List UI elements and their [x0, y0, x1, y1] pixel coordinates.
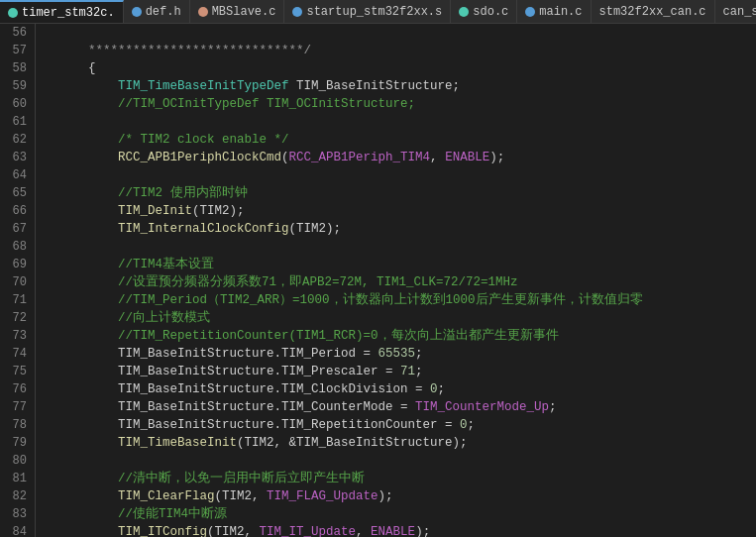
tab-label: MBSlave.c	[212, 5, 276, 19]
code-area: 56 57 58 59 60 61 62 63 64 65 66 67 68 6…	[0, 24, 756, 537]
tab-label: timer_stm32c.	[22, 6, 115, 20]
tab-sdo[interactable]: sdo.c	[451, 0, 517, 24]
tab-label: sdo.c	[473, 5, 508, 19]
tab-mbslave[interactable]: MBSlave.c	[190, 0, 285, 24]
tab-label: stm32f2xx_can.c	[599, 5, 706, 19]
code-line-58: TIM_TimeBaseInitTypeDef TIM_BaseInitStru…	[44, 59, 756, 77]
tab-label: main.c	[539, 5, 582, 19]
code-line-56: *****************************/	[44, 24, 756, 42]
tab-canst[interactable]: can_st	[715, 0, 756, 24]
tab-icon-blue	[132, 7, 142, 17]
tab-timer-stm32c[interactable]: timer_stm32c.	[0, 0, 124, 24]
tab-label: startup_stm32f2xx.s	[306, 5, 442, 19]
code-line-61: /* TIM2 clock enable */	[44, 113, 756, 131]
tab-icon-orange	[198, 7, 208, 17]
code-content[interactable]: *****************************/ { TIM_Tim…	[36, 24, 756, 537]
tab-icon-green2	[459, 7, 469, 17]
tab-icon-blue2	[292, 7, 302, 17]
tab-label: can_st	[723, 5, 756, 19]
tab-startup[interactable]: startup_stm32f2xx.s	[284, 0, 451, 24]
tab-def-h[interactable]: def.h	[124, 0, 190, 24]
tab-main[interactable]: main.c	[517, 0, 591, 24]
tab-label: def.h	[146, 5, 181, 19]
tab-stm32can[interactable]: stm32f2xx_can.c	[592, 0, 715, 24]
code-line-80: //清中断，以免一启用中断后立即产生中断	[44, 452, 756, 470]
tab-icon-blue3	[525, 7, 535, 17]
tab-bar: timer_stm32c. def.h MBSlave.c startup_st…	[0, 0, 756, 24]
code-line-68: //TIM4基本设置	[44, 238, 756, 256]
code-line-64: //TIM2 使用内部时钟	[44, 166, 756, 184]
tab-icon-green	[8, 8, 18, 18]
line-numbers: 56 57 58 59 60 61 62 63 64 65 66 67 68 6…	[0, 24, 36, 537]
